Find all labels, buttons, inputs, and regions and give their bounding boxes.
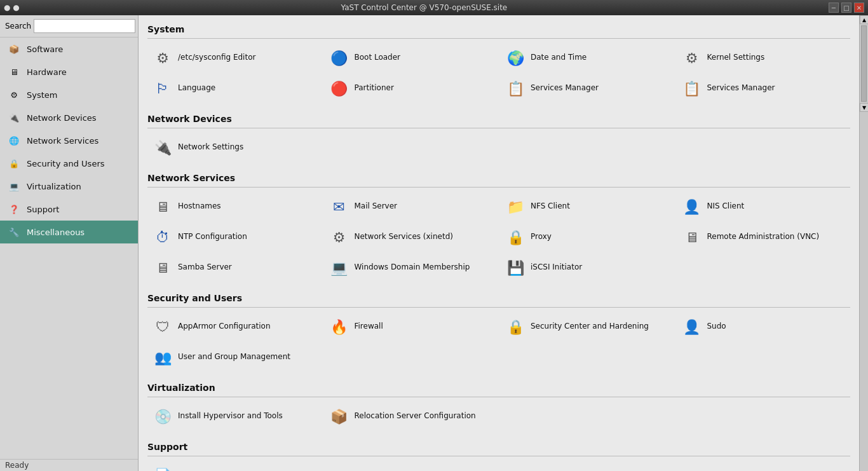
item-label-system-5: Partitioner (355, 83, 394, 93)
close-button[interactable]: ✕ (854, 3, 864, 13)
item-icon-network-devices-0: 🔌 (153, 137, 173, 158)
titlebar: ● ● YaST Control Center @ V570-openSUSE.… (0, 0, 868, 15)
main-container: Search 📦Software🖥Hardware⚙System🔌Network… (0, 15, 868, 471)
grid-item-security-users-1[interactable]: 🔥Firewall (324, 313, 498, 341)
grid-item-system-2[interactable]: 🌍Date and Time (500, 44, 674, 72)
grid-item-network-services-0[interactable]: 🖥Hostnames (147, 193, 322, 221)
nav-icon-hardware: 🖥 (6, 64, 22, 79)
section-network-services: Network Services🖥Hostnames✉Mail Server📁N… (147, 170, 850, 282)
grid-item-system-0[interactable]: ⚙/etc/sysconfig Editor (147, 44, 322, 72)
item-label-security-users-1: Firewall (355, 322, 383, 332)
section-network-devices: Network Devices🔌Network Settings (147, 111, 850, 161)
section-grid-network-services: 🖥Hostnames✉Mail Server📁NFS Client👤NIS Cl… (147, 193, 850, 282)
item-icon-system-3: ⚙ (682, 48, 702, 68)
grid-item-virtualization-1[interactable]: 📦Relocation Server Configuration (324, 402, 498, 430)
nav-label-network-services: Network Services (27, 136, 98, 146)
item-icon-security-users-0: 🛡 (153, 317, 173, 337)
scroll-thumb[interactable] (861, 25, 867, 102)
item-label-network-services-4: NTP Configuration (178, 232, 247, 242)
grid-item-network-services-7[interactable]: 🖥Remote Administration (VNC) (677, 223, 851, 251)
nav-label-network-devices: Network Devices (27, 113, 97, 123)
grid-item-system-5[interactable]: 🔴Partitioner (324, 74, 498, 102)
nav-list: 📦Software🖥Hardware⚙System🔌Network Device… (0, 38, 138, 459)
grid-item-system-6[interactable]: 📋Services Manager (500, 74, 674, 102)
grid-item-system-1[interactable]: 🔵Boot Loader (324, 44, 498, 72)
grid-item-network-services-4[interactable]: ⏱NTP Configuration (147, 223, 322, 251)
grid-item-network-services-6[interactable]: 🔒Proxy (500, 223, 674, 251)
item-label-system-0: /etc/sysconfig Editor (178, 53, 255, 63)
grid-item-security-users-2[interactable]: 🔒Security Center and Hardening (500, 313, 674, 341)
sidebar-item-system[interactable]: ⚙System (0, 83, 138, 106)
grid-item-network-devices-0[interactable]: 🔌Network Settings (147, 133, 322, 161)
item-icon-security-users-2: 🔒 (505, 317, 526, 337)
item-icon-network-services-1: ✉ (329, 196, 349, 217)
item-label-system-3: Kernel Settings (707, 53, 765, 63)
section-header-network-devices: Network Devices (147, 111, 850, 128)
grid-item-virtualization-0[interactable]: 💿Install Hypervisor and Tools (147, 402, 322, 430)
scrollbar-track[interactable]: ▲ ▼ (859, 15, 868, 471)
grid-item-system-3[interactable]: ⚙Kernel Settings (677, 44, 851, 72)
nav-label-system: System (27, 90, 57, 100)
section-system: System⚙/etc/sysconfig Editor🔵Boot Loader… (147, 22, 850, 102)
sidebar: Search 📦Software🖥Hardware⚙System🔌Network… (0, 15, 139, 471)
section-header-network-services: Network Services (147, 170, 850, 188)
sidebar-item-hardware[interactable]: 🖥Hardware (0, 60, 138, 83)
sidebar-item-virtualization[interactable]: 💻Virtualization (0, 175, 138, 198)
grid-item-network-services-1[interactable]: ✉Mail Server (324, 193, 498, 221)
titlebar-controls[interactable]: − □ ✕ (829, 3, 864, 13)
grid-item-support-0[interactable]: 📄Release Notes (147, 461, 322, 471)
grid-item-system-4[interactable]: 🏳Language (147, 74, 322, 102)
item-icon-network-services-6: 🔒 (505, 227, 526, 247)
nav-icon-system: ⚙ (6, 87, 22, 102)
item-label-network-services-7: Remote Administration (VNC) (707, 232, 820, 242)
minimize-button[interactable]: − (829, 3, 839, 13)
section-virtualization: Virtualization💿Install Hypervisor and To… (147, 380, 850, 430)
item-label-security-users-0: AppArmor Configuration (178, 322, 271, 332)
grid-item-security-users-0[interactable]: 🛡AppArmor Configuration (147, 313, 322, 341)
maximize-button[interactable]: □ (841, 3, 851, 13)
item-icon-support-0: 📄 (153, 465, 173, 471)
sidebar-item-support[interactable]: ❓Support (0, 198, 138, 221)
section-header-security-users: Security and Users (147, 290, 850, 308)
nav-icon-network-services: 🌐 (6, 133, 22, 148)
grid-item-network-services-5[interactable]: ⚙Network Services (xinetd) (324, 223, 498, 251)
grid-item-network-services-3[interactable]: 👤NIS Client (677, 193, 851, 221)
grid-item-network-services-2[interactable]: 📁NFS Client (500, 193, 674, 221)
sidebar-item-network-services[interactable]: 🌐Network Services (0, 129, 138, 152)
sidebar-item-software[interactable]: 📦Software (0, 38, 138, 60)
app-dots: ● ● (4, 3, 20, 12)
item-label-virtualization-1: Relocation Server Configuration (355, 411, 476, 421)
sidebar-item-miscellaneous[interactable]: 🔧Miscellaneous (0, 221, 138, 243)
status-text: Ready (5, 461, 29, 470)
scroll-up-button[interactable]: ▲ (860, 15, 868, 24)
item-icon-system-0: ⚙ (153, 48, 173, 68)
scroll-down-button[interactable]: ▼ (860, 103, 868, 112)
grid-item-network-services-9[interactable]: 💻Windows Domain Membership (324, 254, 498, 282)
nav-icon-support: ❓ (6, 201, 22, 217)
nav-label-miscellaneous: Miscellaneous (27, 228, 85, 237)
item-icon-system-1: 🔵 (329, 48, 349, 68)
item-label-system-2: Date and Time (531, 53, 587, 63)
grid-item-security-users-4[interactable]: 👥User and Group Management (147, 343, 322, 371)
item-label-network-services-9: Windows Domain Membership (355, 263, 470, 273)
section-grid-security-users: 🛡AppArmor Configuration🔥Firewall🔒Securit… (147, 313, 850, 371)
item-label-network-services-5: Network Services (xinetd) (355, 232, 453, 242)
grid-item-security-users-3[interactable]: 👤Sudo (677, 313, 851, 341)
item-icon-system-2: 🌍 (505, 48, 526, 68)
nav-label-security-users: Security and Users (27, 159, 105, 168)
section-header-virtualization: Virtualization (147, 380, 850, 397)
item-label-network-services-1: Mail Server (355, 201, 398, 212)
item-icon-security-users-1: 🔥 (329, 317, 349, 337)
item-label-network-services-3: NIS Client (707, 201, 745, 212)
search-input[interactable] (34, 19, 135, 33)
item-label-system-7: Services Manager (707, 83, 775, 93)
sidebar-item-network-devices[interactable]: 🔌Network Devices (0, 106, 138, 129)
grid-item-network-services-10[interactable]: 💾iSCSI Initiator (500, 254, 674, 282)
grid-item-system-7[interactable]: 📋Services Manager (677, 74, 851, 102)
item-label-system-6: Services Manager (531, 83, 599, 93)
item-icon-virtualization-1: 📦 (329, 406, 349, 427)
grid-item-network-services-8[interactable]: 🖥Samba Server (147, 254, 322, 282)
item-label-network-services-0: Hostnames (178, 201, 221, 212)
sidebar-item-security-users[interactable]: 🔒Security and Users (0, 152, 138, 175)
item-label-security-users-4: User and Group Management (178, 352, 290, 362)
